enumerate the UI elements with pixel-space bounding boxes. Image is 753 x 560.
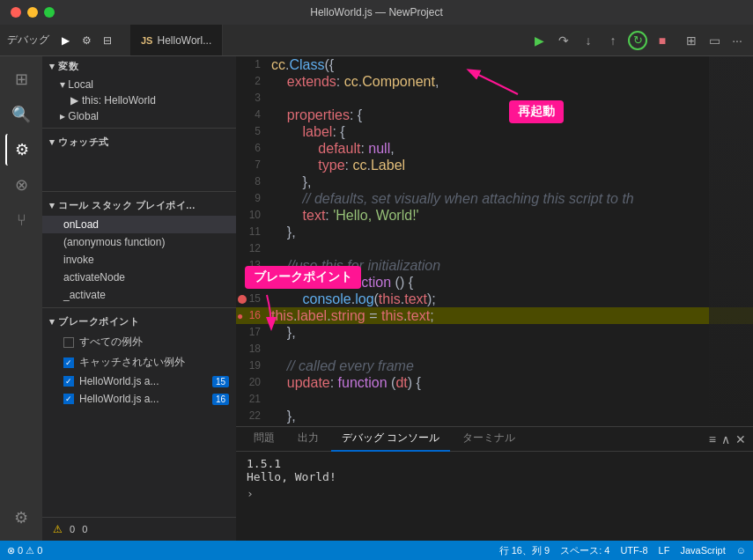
extensions-icon[interactable]: ⊗ xyxy=(5,169,37,201)
line-num-11: 11 xyxy=(236,224,268,240)
error-icon: ⊗ xyxy=(7,545,15,556)
panel-up-icon[interactable]: ∧ xyxy=(721,432,730,446)
status-left: ⊗ 0 ⚠ 0 xyxy=(7,545,42,556)
restart-button[interactable]: ↻ xyxy=(628,31,647,50)
debug-icon[interactable]: ⚙ xyxy=(5,134,37,166)
line-content-7: type: cc.Label xyxy=(268,157,753,173)
code-line-17: 17 }, xyxy=(236,324,753,341)
code-lines: 1 cc.Class({ 2 extends: cc.Component, 3 … xyxy=(236,56,753,426)
line-num-18: 18 xyxy=(236,341,268,357)
bp-all-exceptions[interactable]: すべての例外 xyxy=(42,332,236,352)
error-status[interactable]: ⊗ 0 ⚠ 0 xyxy=(7,545,42,556)
line-num-14: 14 xyxy=(236,274,268,291)
breakpoints-header[interactable]: ▾ ブレークポイント xyxy=(42,312,236,332)
code-line-23: 23 }); xyxy=(236,424,753,426)
panel-sort-icon[interactable]: ≡ xyxy=(709,432,716,446)
play-button[interactable]: ▶ xyxy=(529,31,549,50)
step-into-button[interactable]: ↓ xyxy=(579,31,598,50)
status-bar: ⊗ 0 ⚠ 0 行 16、列 9 スペース: 4 UTF-8 LF JavaSc… xyxy=(0,541,753,560)
code-editor[interactable]: 1 cc.Class({ 2 extends: cc.Component, 3 … xyxy=(236,56,753,426)
panel-right-icons: ≡ ∧ ✕ xyxy=(709,432,746,446)
hello-world-tab[interactable]: JS HelloWorl... xyxy=(130,25,223,55)
line-content-14: onLoad: function () { xyxy=(268,274,753,291)
this-variable[interactable]: ▶ this: HelloWorld xyxy=(42,92,236,108)
code-line-20: 20 update: function (dt) { xyxy=(236,374,753,391)
language-status[interactable]: JavaScript xyxy=(680,545,725,556)
window-controls xyxy=(11,7,55,18)
continue-button[interactable]: ▶ xyxy=(56,32,74,49)
watch-label: ▾ ウォッチ式 xyxy=(49,136,109,149)
callstack-item-invoke[interactable]: invoke xyxy=(42,251,236,269)
step-over-button[interactable]: ↷ xyxy=(554,31,573,50)
position-status[interactable]: 行 16、列 9 xyxy=(499,544,550,557)
tab-debug-console[interactable]: デバッグ コンソール xyxy=(331,427,450,452)
more-icon[interactable]: ··· xyxy=(728,32,746,49)
local-label: ▾ Local xyxy=(60,78,93,91)
right-toolbar-icons: ⊞ ▭ ··· xyxy=(683,32,746,49)
warning-icon: ⚠ xyxy=(53,523,63,535)
bp-checkbox-hw15[interactable]: ✓ xyxy=(63,376,74,387)
local-header[interactable]: ▾ Local xyxy=(42,77,236,92)
line-content-22: }, xyxy=(268,408,753,424)
spaces-status[interactable]: スペース: 4 xyxy=(560,544,609,557)
bp-hw-15[interactable]: ✓ HelloWorld.js a... 15 xyxy=(42,372,236,390)
line-content-16: this.label.string = this.text; xyxy=(268,307,753,324)
code-line-14: 14 onLoad: function () { xyxy=(236,274,753,291)
line-num-8: 8 xyxy=(236,173,268,190)
maximize-button[interactable] xyxy=(44,7,55,18)
code-line-3: 3 xyxy=(236,90,753,107)
explorer-icon[interactable]: ⊞ xyxy=(5,63,37,95)
callstack-item-onload[interactable]: onLoad xyxy=(42,216,236,233)
warning-count: 0 xyxy=(37,545,42,556)
minimize-button[interactable] xyxy=(27,7,38,18)
settings-icon[interactable]: ⚙ xyxy=(5,502,37,534)
code-line-19: 19 // called every frame xyxy=(236,357,753,374)
close-button[interactable] xyxy=(11,7,21,18)
line-content-19: // called every frame xyxy=(268,357,753,374)
smiley-status[interactable]: ☺ xyxy=(736,545,746,556)
tab-terminal[interactable]: ターミナル xyxy=(452,427,526,452)
bp-checkbox-uncaught[interactable]: ✓ xyxy=(63,357,74,368)
tab-problems[interactable]: 問題 xyxy=(243,427,285,452)
global-header[interactable]: ▸ Global xyxy=(42,108,236,124)
encoding-status[interactable]: UTF-8 xyxy=(620,545,647,556)
bp-uncaught-label: キャッチされない例外 xyxy=(79,355,185,370)
variables-header[interactable]: ▾ 変数 xyxy=(42,56,236,77)
line-content-10: text: 'Hello, World!' xyxy=(268,207,753,224)
source-control-icon[interactable]: ⑂ xyxy=(5,204,37,236)
callstack-item-activate-node[interactable]: activateNode xyxy=(42,269,236,286)
line-ending-status[interactable]: LF xyxy=(659,545,670,556)
watch-header[interactable]: ▾ ウォッチ式 xyxy=(42,132,236,152)
search-icon[interactable]: 🔍 xyxy=(5,99,37,130)
split-editor-icon[interactable]: ⊞ xyxy=(683,32,700,49)
code-line-12: 12 xyxy=(236,240,753,257)
line-num-9: 9 xyxy=(236,190,268,207)
line-num-1: 1 xyxy=(236,56,268,73)
bp-checkbox-hw16[interactable]: ✓ xyxy=(63,394,74,404)
console-line-2: Hello, World! xyxy=(247,470,742,483)
console-button[interactable]: ⊟ xyxy=(99,32,116,49)
code-line-22: 22 }, xyxy=(236,408,753,424)
tab-output[interactable]: 出力 xyxy=(287,427,329,452)
line-content-23: }); xyxy=(268,424,753,426)
callstack-label: ▾ コール スタック ブレイポイ... xyxy=(49,199,196,212)
breakpoints-section: ▾ ブレークポイント すべての例外 ✓ キャッチされない例外 ✓ HelloWo… xyxy=(42,312,236,408)
bp-checkbox-all[interactable] xyxy=(63,337,74,348)
callstack-item-activate[interactable]: _activate xyxy=(42,286,236,304)
panel-close-icon[interactable]: ✕ xyxy=(735,432,746,446)
status-right: 行 16、列 9 スペース: 4 UTF-8 LF JavaScript ☺ xyxy=(499,544,746,557)
layout-icon[interactable]: ▭ xyxy=(705,32,723,49)
stop-button[interactable]: ■ xyxy=(653,31,672,50)
step-out-button[interactable]: ↑ xyxy=(603,31,623,50)
config-button[interactable]: ⚙ xyxy=(78,32,95,49)
line-content-17: }, xyxy=(268,324,753,341)
bp-uncaught[interactable]: ✓ キャッチされない例外 xyxy=(42,352,236,372)
editor-tabs: JS HelloWorl... xyxy=(130,25,519,55)
console-prompt[interactable]: › xyxy=(247,487,742,500)
js-icon: JS xyxy=(141,35,152,46)
bp-hw-16[interactable]: ✓ HelloWorld.js a... 16 xyxy=(42,390,236,408)
callstack-item-anon[interactable]: (anonymous function) xyxy=(42,233,236,251)
prompt-char: › xyxy=(247,487,254,500)
callstack-header[interactable]: ▾ コール スタック ブレイポイ... xyxy=(42,195,236,216)
code-line-11: 11 }, xyxy=(236,224,753,240)
